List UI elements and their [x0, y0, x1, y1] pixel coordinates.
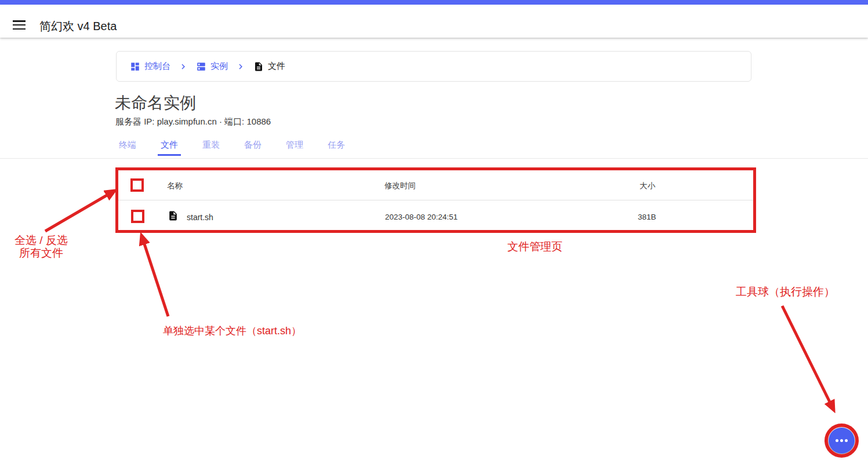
file-row-checkbox[interactable]	[131, 210, 144, 223]
chevron-right-icon	[235, 61, 246, 72]
annotation-toolball: 工具球（执行操作）	[736, 286, 835, 298]
annotation-select-all: 全选 / 反选 所有文件	[6, 234, 77, 260]
breadcrumb-label: 文件	[268, 61, 285, 72]
column-header-size: 大小	[640, 181, 655, 191]
annotation-select-file: 单独选中某个文件（start.sh）	[163, 324, 302, 337]
table-row-start-sh[interactable]: start.sh 2023-08-08 20:24:51 381B	[118, 200, 753, 230]
tab-backup[interactable]: 备份	[232, 139, 274, 156]
breadcrumb: 控制台 实例 文件	[116, 51, 751, 82]
instance-title: 未命名实例	[115, 92, 196, 114]
tab-reinstall[interactable]: 重装	[190, 139, 232, 156]
breadcrumb-label: 实例	[210, 61, 228, 72]
select-all-checkbox[interactable]	[130, 178, 144, 192]
annotation-file-page: 文件管理页	[507, 240, 562, 253]
breadcrumb-label: 控制台	[144, 61, 170, 72]
active-tab-indicator	[158, 154, 181, 156]
file-size: 381B	[638, 213, 656, 221]
tool-ball-fab[interactable]	[829, 428, 855, 454]
file-icon	[168, 210, 179, 221]
screen: 简幻欢 v4 Beta 控制台 实例 文件 未命名实例 服务器 IP: play…	[0, 0, 868, 471]
fab-arrow	[782, 306, 834, 410]
breadcrumb-item-console[interactable]: 控制台	[130, 61, 170, 72]
select-all-arrow	[45, 191, 115, 231]
app-title: 简幻欢 v4 Beta	[39, 19, 117, 34]
tab-bar: 终端 文件 重装 备份 管理 任务	[107, 139, 357, 156]
file-table: 名称 修改时间 大小 start.sh 2023-08-08 20:24:51 …	[118, 170, 753, 230]
column-header-modified: 修改时间	[384, 181, 416, 191]
divider	[0, 158, 868, 159]
tab-tasks[interactable]: 任务	[315, 139, 357, 156]
chevron-right-icon	[178, 61, 188, 72]
more-horiz-icon	[836, 439, 838, 442]
dns-icon	[196, 61, 206, 72]
app-bar: 简幻欢 v4 Beta	[0, 5, 868, 38]
file-name: start.sh	[187, 213, 213, 222]
breadcrumb-item-instances[interactable]: 实例	[196, 61, 228, 72]
column-header-name: 名称	[167, 181, 183, 191]
breadcrumb-item-files: 文件	[253, 61, 285, 72]
document-icon	[253, 61, 264, 72]
dashboard-icon	[130, 61, 140, 72]
file-modified-time: 2023-08-08 20:24:51	[385, 213, 457, 221]
select-file-arrow	[141, 235, 168, 316]
tab-terminal[interactable]: 终端	[107, 139, 148, 156]
file-table-annotation-box: 名称 修改时间 大小 start.sh 2023-08-08 20:24:51 …	[115, 167, 756, 233]
menu-icon[interactable]	[13, 20, 26, 30]
instance-server-info: 服务器 IP: play.simpfun.cn · 端口: 10886	[115, 116, 271, 127]
top-accent-bar	[0, 0, 868, 5]
tab-manage[interactable]: 管理	[274, 139, 315, 156]
